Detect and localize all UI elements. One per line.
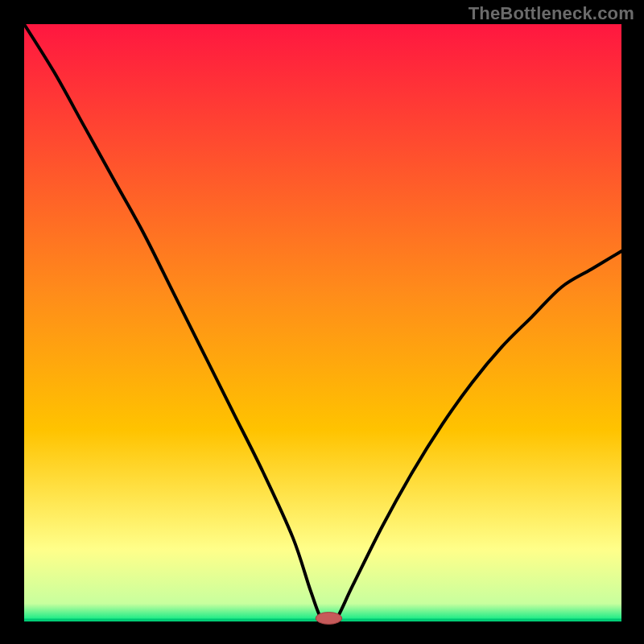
chart-frame: { "watermark": "TheBottleneck.com", "col… xyxy=(0,0,644,644)
bottleneck-chart xyxy=(0,0,644,644)
gradient-background xyxy=(24,24,621,621)
watermark-text: TheBottleneck.com xyxy=(469,3,634,24)
optimum-marker xyxy=(316,613,342,625)
